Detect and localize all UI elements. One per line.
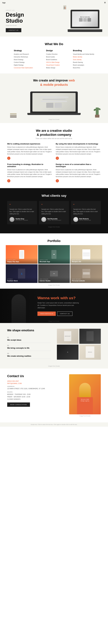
person-name-2: Nat Reynolds: [47, 218, 61, 220]
person-name-3: Bob Roberts: [79, 218, 91, 220]
portfolio-tag-1: MOBILE APP: [7, 259, 36, 260]
shape-emotions-title: We shape emotions: [7, 329, 51, 332]
strategy-item-3: Brand Strategy: [14, 58, 33, 61]
quote-icon-3: ": [73, 203, 98, 207]
portfolio-name-1: Happy Day App.: [7, 261, 19, 262]
contact-phone: (000)3 000-4567: [7, 380, 65, 382]
portfolio-credit: Images from Envato: [6, 284, 102, 286]
testimonials-credit: Images from Envato: [7, 226, 101, 228]
studio-num-2: 2: [56, 157, 59, 160]
portfolio-item-3[interactable]: WEB DESIGN Recipes site: [70, 245, 102, 264]
design-item-3: Brand Guidelines: [46, 58, 60, 61]
web-mobile-line2: & mobile products: [6, 83, 102, 86]
web-mobile-credit: Image from Envato: [6, 119, 102, 120]
design-item-1: Creative Direction: [46, 53, 60, 56]
studio-header: We are a creative studio & production co…: [7, 129, 101, 139]
branding-item-6: Brand films: [73, 66, 94, 69]
hero-title-line1: Design: [6, 12, 24, 18]
portfolio-name-3: Recipes site: [72, 261, 81, 262]
testimonial-card-3: " Sample text. Click to select the text …: [71, 201, 101, 224]
shape-title-1: We sculpt ideas: [7, 339, 51, 341]
contact-address-label: ADDRESS: [7, 386, 65, 387]
shape-item-2: 02. We bring concepts to life: [7, 343, 51, 351]
studio-item-2: By using the latest developments in tech…: [56, 143, 101, 160]
web-mobile-title: We create and improve web: [6, 78, 102, 82]
portfolio-grid: MOBILE APP Happy Day App. 🏔 MOBILE APP M…: [6, 245, 102, 283]
contact-email: INFO@GMAIL.COM: [7, 382, 65, 384]
design-column: Design Creative Direction Brand Guides B…: [46, 50, 60, 69]
wanna-work-section: Wanna work with us? Simple Text. Lorem i…: [0, 289, 108, 323]
studio-items-grid: We're crafting emotional experiences Dic…: [7, 143, 101, 182]
testimonial-card-1: " Sample text. Click to select the text …: [7, 201, 37, 224]
wanna-credit: Image from Envato: [0, 320, 108, 322]
hamburger-icon[interactable]: ≡: [104, 1, 106, 4]
hero-text: ABOUT US Design Studio Image from Envato…: [6, 10, 52, 32]
shape-item-1: 01. We sculpt ideas: [7, 335, 51, 343]
design-uiux-link[interactable]: UI/UX & Web Design: [46, 61, 60, 64]
studio-item-3: From branding to strategy, illustration …: [7, 163, 52, 182]
nav-logo: logo: [2, 2, 6, 4]
contact-person-image: We are a WebDesign Agency: [69, 374, 101, 414]
hero-section: ABOUT US Design Studio Image from Envato…: [0, 5, 108, 36]
shape-num-2: 02.: [7, 344, 51, 346]
shape-title-2: We bring concepts to life: [7, 347, 51, 349]
portfolio-name-2: Mountain App: [40, 261, 50, 262]
contact-title: Contact Us: [7, 374, 65, 378]
portfolio-item-5[interactable]: ■■ WEB DESIGN Interior Studio: [38, 264, 70, 283]
footer: Simple text. Click to select the text bo…: [0, 422, 108, 427]
avatar-2: [41, 217, 46, 222]
portfolio-section: Portfolio MOBILE APP Happy Day App. 🏔 MO…: [0, 233, 108, 289]
shape-num-3: 03.: [7, 353, 51, 354]
design-asset-link[interactable]: Visual Asset Creation: [46, 64, 60, 66]
portfolio-tag-4: STORES: [7, 278, 36, 280]
design-motion-item: Motion Design: [46, 66, 60, 69]
strategy-cro-link[interactable]: Conversion Rate Optimization: [14, 66, 33, 69]
studio-item-4-body: Dictum fusce ut placerat orci nulla pell…: [56, 169, 101, 178]
web-mobile-section: We create and improve web & mobile produ…: [0, 74, 108, 123]
branding-motion-link[interactable]: Motion identity: [73, 56, 94, 58]
shape-title-3: We create winning realities: [7, 355, 51, 357]
studio-title-line2: & production company: [37, 133, 71, 136]
desk-decoration: [63, 6, 66, 10]
portfolio-tag-3: WEB DESIGN: [72, 259, 101, 260]
portfolio-name-5: Interior Studio: [40, 280, 50, 282]
book-consultation-button[interactable]: BOOK CONSULTATION: [7, 402, 30, 407]
web-mobile-laptop: [6, 89, 102, 118]
portfolio-item-6[interactable]: WEB DESIGN Personal website: [70, 264, 102, 283]
hero-image: Meet our leadership: [56, 10, 102, 32]
portfolio-item-2[interactable]: 🏔 MOBILE APP Mountain App: [38, 245, 70, 264]
wanna-contact-button[interactable]: CONTACT US: [57, 312, 72, 316]
hero-contact-button[interactable]: CONTACT US: [6, 28, 21, 32]
wanna-work-body: Simple Text. Lorem ipsum dolor sit amet,…: [37, 302, 81, 309]
person-name-1: Sasha Gray: [16, 218, 28, 220]
shape-img-3: ◼: [57, 344, 78, 360]
footer-text: Simple text. Click to select the text bo…: [3, 424, 105, 425]
contact-left: Contact Us (000)3 000-4567 INFO@GMAIL.CO…: [7, 374, 65, 407]
strategy-item-5: Digital Strategy: [14, 64, 33, 66]
studio-title: We are a creative studio & production co…: [7, 129, 101, 137]
shape-left: We shape emotions 01. We sculpt ideas 02…: [7, 329, 51, 359]
shape-img-1: MOCKUP: [57, 329, 78, 344]
studio-item-3-body: Dictum fusce ut placerat orci nulla pell…: [7, 169, 52, 178]
branding-sonic-link[interactable]: Sonic Identity: [73, 58, 94, 61]
branding-item-5: Brand campaigns: [73, 64, 94, 66]
studio-item-4: Design is more of a conversation than a …: [56, 163, 101, 182]
web-mobile-colored: web: [69, 78, 75, 82]
testimonials-grid: " Sample text. Click to select the text …: [7, 201, 101, 224]
shape-item-3: 03. We create winning realities: [7, 351, 51, 359]
hero-title: Design Studio: [6, 12, 52, 24]
studio-subtitle: Three core values define who we are and …: [7, 138, 101, 139]
hero-about-label: ABOUT US: [6, 10, 52, 11]
branding-title: Branding: [73, 50, 94, 52]
contact-hours-label: HOURS: [7, 391, 65, 393]
studio-item-1: We're crafting emotional experiences Dic…: [7, 143, 52, 160]
portfolio-item-1[interactable]: MOBILE APP Happy Day App.: [6, 245, 38, 264]
strategy-item-4: Content Strategy: [14, 61, 33, 64]
wanna-work-content: Wanna work with us? Simple Text. Lorem i…: [37, 296, 81, 316]
view-portfolio-button[interactable]: VIEW PORTFOLIO: [37, 312, 56, 316]
portfolio-item-4[interactable]: 👗 STORES Fashion Store: [6, 264, 38, 283]
testimonial-person-1: Sasha Gray BUSINESS OWNER: [10, 217, 35, 222]
studio-title-line1: We are a creative studio: [36, 129, 72, 132]
strategy-item-1: Analytics and Research: [14, 53, 33, 56]
studio-item-1-title: We're crafting emotional experiences: [7, 143, 52, 145]
